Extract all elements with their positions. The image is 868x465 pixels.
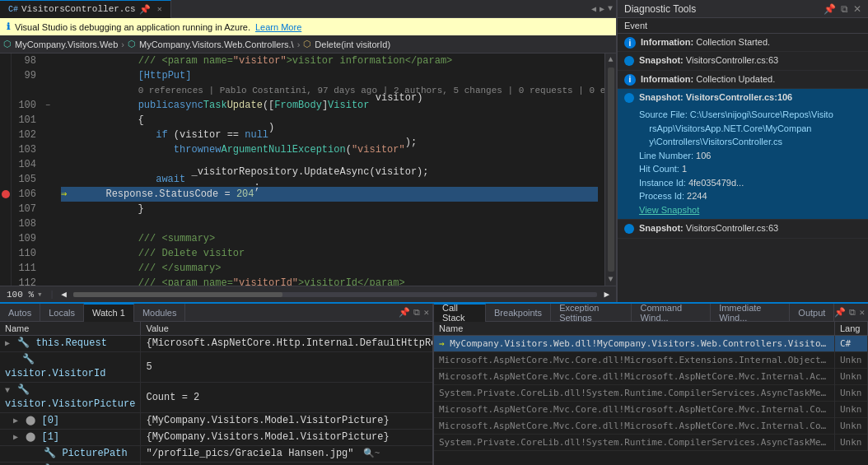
chevron-right-icon[interactable]: ▶ [600,4,604,14]
tab-modules[interactable]: Modules [134,304,186,322]
info-icon: ℹ [7,21,10,32]
view-snapshot-anchor[interactable]: View Snapshot [639,205,699,215]
view-snapshot-link[interactable]: View Snapshot [639,203,833,217]
col-name: Name [0,322,141,336]
dropdown-arrow-icon[interactable]: ▼ [608,4,613,13]
cs-row-name-3: Microsoft.AspNetCore.Mvc.Core.dll!Micros… [434,369,835,385]
tab-breakpoints[interactable]: Breakpoints [486,304,551,322]
col-value: Value [141,322,432,336]
row-name-text: this.Request [35,337,106,349]
tab-command-window[interactable]: Command Wind... [632,304,711,322]
editor-tab-title: VisitorsController.cs [21,4,136,14]
tab-close-button[interactable]: ✕ [157,4,162,14]
zoom-dropdown-icon[interactable]: ▾ [37,289,43,300]
scroll-thumb[interactable] [608,67,614,272]
tab-watch1[interactable]: Watch 1 [84,304,134,322]
breadcrumb-namespace[interactable]: MyCompany.Visitors.Web [15,40,118,49]
h-scroll-thumb[interactable] [73,292,283,297]
cg-104 [41,157,54,172]
namespace2-icon: ⬡ [128,39,136,49]
detail-source2: rsApp\VisitorsApp.NET.Core\MyCompan [639,122,833,136]
expand-arrow[interactable]: ▶ [5,337,10,351]
watch-close-icon[interactable]: ✕ [423,307,429,318]
watch-row-value-1: {MyCompany.Visitors.Model.VisitorPicture… [141,430,432,446]
breadcrumb-class[interactable]: MyCompany.Visitors.Web.Controllers.\ [139,40,294,49]
breakpoint-marker[interactable] [2,190,10,198]
table-row: ▶ ⬤ [1] {MyCompany.Visitors.Model.Visito… [0,430,432,446]
event-item-4-title: Snapshot: VisitorsController.cs:106 [639,92,792,102]
snapshot-dot-1 [624,56,634,66]
event-text-5: Snapshot: VisitorsController.cs:63 [639,222,778,235]
table-row: System.Private.CoreLib.dll!System.Runtim… [434,435,868,451]
event-text-2: Snapshot: VisitorsController.cs:63 [639,54,778,67]
vertical-scrollbar[interactable]: ▲ ▼ [604,53,616,286]
table-row: MyCompany.Visitors.Web.dll!MyCompany.Vis… [434,336,868,352]
cs-col-lang: Lang [835,322,868,336]
tab-callstack-label: Call Stack [442,303,477,323]
watch-row-name-0: ▶ ⬤ [0] [0,413,141,430]
tab-locals[interactable]: Locals [40,304,84,322]
diag-pin-icon[interactable]: 📌 [824,3,836,15]
row-name-text-3: visitor.VisitorPicture [5,398,135,410]
cg-ref [41,83,54,98]
cs-close-icon[interactable]: ✕ [859,307,865,318]
events-column-label: Event [624,21,647,30]
watch-window-icon[interactable]: ⧉ [413,308,420,318]
diag-window-icon[interactable]: ⧉ [841,3,848,15]
event-item-4-header: Snapshot: VisitorsController.cs:106 [624,91,792,103]
cg-103 [41,142,54,157]
scroll-left-icon[interactable]: ◀ [61,289,67,300]
watch-icon: 🔧 [17,337,30,349]
horizontal-scrollbar[interactable] [73,292,598,297]
tab-locals-label: Locals [49,308,75,318]
watch-pin-icon[interactable]: 📌 [399,307,410,318]
chevron-left-icon[interactable]: ◀ [591,4,596,14]
watch-row-value-0: {MyCompany.Visitors.Model.VisitorPicture… [141,413,432,430]
cs-pin-icon[interactable]: 📌 [834,307,846,318]
event-item-5: Snapshot: VisitorsController.cs:63 [618,220,868,238]
circle-icon: ⬤ [26,416,35,425]
code-text-area[interactable]: /// <param name="visitor">visitor inform… [54,53,604,286]
expand-arrow-4[interactable]: ▶ [13,430,18,444]
tab-autos[interactable]: Autos [0,304,40,322]
tab-exception-settings[interactable]: Exception Settings [551,304,632,322]
breadcrumb-method[interactable]: Delete(int visitorId) [315,40,390,49]
zoom-level[interactable]: 100 % [7,290,34,300]
callstack-data-table: Name Lang MyCompany.Visitors.Web.dll!MyC… [434,322,868,451]
code-line-112: /// <param name="visitorId">visitorId</p… [61,276,598,286]
diagnostic-content: i Information: Collection Started. Snaps… [618,34,868,302]
expand-arrow-3[interactable]: ▶ [13,414,18,428]
table-row: Microsoft.AspNetCore.Mvc.Core.dll!Micros… [434,352,868,369]
event-text-1: Information: Collection Started. [641,36,770,49]
expand-arrow-2[interactable]: ▼ [5,384,10,398]
line-num-98: 98 [16,53,36,68]
cg-106 [41,187,54,202]
tab-immediate-window[interactable]: Immediate Wind... [711,304,790,322]
watch-tab-bar: Autos Locals Watch 1 Modules 📌 ⧉ ✕ [0,304,432,322]
tab-output[interactable]: Output [790,304,834,322]
breakpoint-gutter [0,53,12,286]
watch-row-name-1: ▶ ⬤ [1] [0,430,141,446]
diagnostic-title: Diagnostic Tools [624,3,696,15]
top-area: C# VisitorsController.cs 📌 ✕ ◀ ▶ ▼ ℹ Vis… [0,0,868,302]
bottom-area: Autos Locals Watch 1 Modules 📌 ⧉ ✕ Nam [0,302,868,465]
info-bar-text: Visual Studio is debugging an applicatio… [15,22,250,32]
magnify-icon[interactable]: 🔍~ [363,449,380,458]
learn-more-link[interactable]: Learn More [255,22,301,32]
cg-100[interactable]: − [41,98,54,113]
code-line-105: await _visitorRepository.UpdateAsync(vis… [61,172,598,187]
line-num-101: 101 [16,113,36,128]
editor-tab-active[interactable]: C# VisitorsController.cs 📌 ✕ [0,0,171,18]
cg-98 [41,53,54,68]
diag-close-icon[interactable]: ✕ [853,3,861,15]
cs-row-lang-2: Unkn [835,352,868,369]
tab-command-label: Command Wind... [640,303,702,323]
cs-window-icon[interactable]: ⧉ [849,308,856,318]
cg-99 [41,68,54,83]
tab-callstack[interactable]: Call Stack [434,304,486,322]
line-num-109: 109 [16,231,36,246]
tab-watch1-label: Watch 1 [92,308,125,318]
pin-icon[interactable]: 📌 [139,4,151,15]
scroll-right-icon[interactable]: ▶ [604,289,609,300]
circle-icon-2: ⬤ [26,432,35,442]
